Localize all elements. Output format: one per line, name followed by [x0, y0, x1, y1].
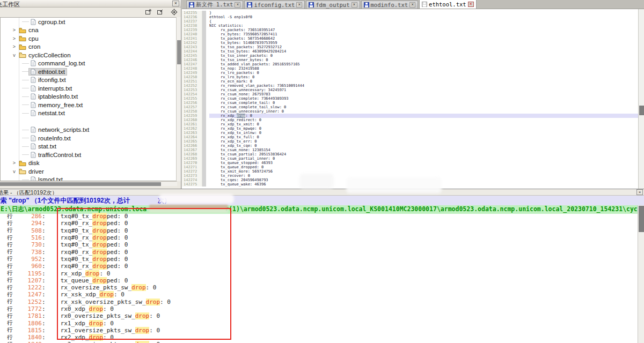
- tab-modinfo-txt[interactable]: modinfo.txt×: [361, 1, 419, 9]
- tab-close-icon[interactable]: ×: [296, 2, 302, 8]
- tree-item-label: ethtool.txt: [38, 69, 65, 75]
- chevron-right-icon[interactable]: >: [11, 44, 17, 49]
- line-number: 142254: [182, 92, 202, 96]
- collapse-all-icon[interactable]: [157, 9, 165, 16]
- editor-line[interactable]: 142246 tx_tso_inner_bytes: 0: [182, 58, 638, 62]
- tree-item-label: disk: [28, 160, 39, 166]
- chevron-down-icon[interactable]: v: [11, 169, 17, 174]
- tree-item-routeinfo-txt[interactable]: routeInfo.txt: [1, 134, 177, 143]
- tree-item-command_log-txt[interactable]: command_log.txt: [1, 59, 177, 68]
- workspace-close-icon[interactable]: ×: [172, 1, 179, 6]
- editor-line[interactable]: 142272 tx_xmit_more: 569724756: [182, 169, 638, 174]
- tab-close-icon[interactable]: ×: [468, 2, 474, 7]
- editor-line[interactable]: 142235}: [182, 11, 638, 15]
- editor-line[interactable]: 142255 rx_csum_complete: 736449389393: [182, 96, 638, 101]
- editor-line[interactable]: 142257 rx_csum_complete_tail_slow: 0: [182, 105, 638, 109]
- tree-item-cycliccollection[interactable]: vcyclicCollection: [1, 51, 177, 59]
- editor-line[interactable]: 142238NIC statistics:: [182, 24, 638, 28]
- tree-item-label: cyclicCollection: [28, 52, 71, 58]
- line-text: rx_xdp_tx_xmit: 0: [209, 122, 638, 126]
- editor-line[interactable]: 142237{: [182, 19, 638, 24]
- tab-ethtool-txt[interactable]: ethtool.txt×: [419, 0, 477, 9]
- editor-line[interactable]: 142252 rx_removed_vlan_packets: 73651009…: [182, 84, 638, 88]
- editor-line[interactable]: 142263 rx_xdp_tx_inlnw: 0: [182, 131, 638, 135]
- editor-line[interactable]: 142243 tx_tso_packets: 35272932712: [182, 45, 638, 49]
- tree-item-ifconfig-txt[interactable]: ifconfig.txt: [1, 76, 177, 85]
- tree-vertical-scrollbar[interactable]: [176, 17, 181, 181]
- tree-item-iptablesinfo-txt[interactable]: iptablesInfo.txt: [1, 93, 177, 101]
- tree-item-trafficcontrol-txt[interactable]: trafficControl.txt: [1, 151, 177, 159]
- file-icon: [31, 19, 36, 25]
- editor-line[interactable]: 142247 tx_added_vlan_packets: 2051659571…: [182, 62, 638, 66]
- tree-item-cgroup-txt[interactable]: cgroup.txt: [1, 18, 177, 26]
- editor-line[interactable]: 142262 rx_xdp_tx_mpwqe: 0: [182, 126, 638, 131]
- editor-line[interactable]: 142265 rx_xdp_tx_err: 0: [182, 139, 638, 144]
- line-number: 142249: [182, 71, 202, 75]
- editor-line[interactable]: 142245 tx_tso_inner_packets: 0: [182, 54, 638, 58]
- tab-close-icon[interactable]: ×: [352, 2, 357, 8]
- tree-item-ethtool-txt[interactable]: ethtool.txt: [1, 68, 177, 76]
- editor-line[interactable]: 142256 rx_csum_complete_tail: 0: [182, 101, 638, 105]
- editor-line[interactable]: 142270 tx_queue_stopped: 46393: [182, 161, 638, 165]
- tree-item-network_scripts-txt[interactable]: network_scripts.txt: [1, 126, 177, 135]
- line-text: rx_ecn_mark: 0: [209, 79, 638, 84]
- results-vertical-scrollbar[interactable]: [638, 205, 644, 343]
- editor-line[interactable]: 142254 rx_csum_none: 26759783: [182, 92, 638, 96]
- editor-line[interactable]: 142260 rx_xdp_redirect: 0: [182, 118, 638, 122]
- tree-item-stat-txt[interactable]: stat.txt: [1, 143, 177, 151]
- tab-close-icon[interactable]: ×: [235, 2, 240, 8]
- search-result-row[interactable]: 行1849:rx2_oversize_pkts_sw_drop: 0: [0, 341, 638, 343]
- chevron-right-icon[interactable]: >: [11, 160, 17, 166]
- tree-item-memory_free-txt[interactable]: memory_free.txt: [1, 101, 177, 109]
- editor-line[interactable]: 142236ethtool -S enp1s0f0: [182, 15, 638, 19]
- chevron-right-icon[interactable]: >: [11, 36, 17, 41]
- tree-item-netstat-txt[interactable]: netstat.txt: [1, 109, 177, 118]
- tree-vertical-scrollbar-thumb[interactable]: [177, 40, 181, 64]
- editor-line[interactable]: 142261 rx_xdp_tx_xmit: 0: [182, 122, 638, 126]
- editor-line[interactable]: 142240 rx_bytes: 735960572057411: [182, 32, 638, 36]
- tab--1-txt[interactable]: 新文件 1.txt×: [186, 1, 243, 9]
- editor-vertical-scrollbar-thumb[interactable]: [639, 106, 644, 115]
- editor-line[interactable]: 142248 tx_nop: 232419588: [182, 66, 638, 71]
- editor-line[interactable]: 142244 tx_tso_bytes: 463099429284214: [182, 49, 638, 54]
- tree-horizontal-scrollbar-thumb[interactable]: [0, 182, 161, 186]
- expand-all-icon[interactable]: [145, 9, 153, 16]
- editor-line[interactable]: 142264 rx_xdp_tx_full: 0: [182, 135, 638, 139]
- editor-line[interactable]: 142271 tx_queue_dropped: 0: [182, 165, 638, 169]
- results-vertical-scrollbar-thumb[interactable]: [639, 206, 644, 232]
- chevron-right-icon[interactable]: >: [11, 27, 17, 33]
- editor-line[interactable]: 142242 tx_bytes: 514607839753959: [182, 41, 638, 45]
- editor-vertical-scrollbar[interactable]: [638, 9, 644, 189]
- folder-icon: [19, 52, 26, 58]
- tree-item-lsmod-txt[interactable]: lsmod.txt: [1, 176, 177, 182]
- editor-line[interactable]: 142266 rx_xdp_tx_cqe: 0: [182, 144, 638, 148]
- tab-close-icon[interactable]: ×: [409, 2, 415, 8]
- editor-line[interactable]: 142259 rx_xdp_drop: 0: [182, 114, 638, 118]
- results-close-icon[interactable]: ×: [636, 189, 643, 195]
- locate-file-icon[interactable]: [171, 9, 179, 16]
- tab-ifconfig-txt[interactable]: ifconfig.txt×: [244, 1, 305, 9]
- line-text: tx_tso_inner_bytes: 0: [209, 58, 638, 62]
- editor-line[interactable]: 142269 tx_csum_partial_inner: 0: [182, 156, 638, 161]
- save-floppy-icon: [189, 2, 194, 8]
- editor-line[interactable]: 142241 tx_packets: 507354668642: [182, 36, 638, 41]
- tree-item-driver[interactable]: vdriver: [1, 167, 177, 176]
- tree-item-cna[interactable]: >cna: [1, 26, 177, 35]
- editor-line[interactable]: 142239 rx_packets: 736510395147: [182, 28, 638, 32]
- tree-item-disk[interactable]: >disk: [1, 159, 177, 168]
- editor-line[interactable]: 142268 tx_csum_partial: 205153836424: [182, 152, 638, 156]
- tree-item-interrupts-txt[interactable]: interrupts.txt: [1, 84, 177, 93]
- tree-item-cron[interactable]: >cron: [1, 43, 177, 51]
- tree-horizontal-scrollbar[interactable]: [0, 181, 177, 186]
- editor-line[interactable]: 142249 rx_lro_packets: 0: [182, 71, 638, 75]
- tree-item-cpu[interactable]: >cpu: [1, 34, 177, 43]
- editor-line[interactable]: 142250 rx_lro_bytes: 0: [182, 75, 638, 79]
- editor-line[interactable]: 142258 rx_csum_unnecessary_inner: 0: [182, 109, 638, 114]
- editor-line[interactable]: 142267 tx_csum_none: 12385154: [182, 148, 638, 152]
- editor-line[interactable]: 142253 rx_csum_unnecessary: 34245971: [182, 88, 638, 92]
- editor-body[interactable]: 142235}142236ethtool -S enp1s0f0142237{1…: [182, 9, 638, 189]
- editor-line[interactable]: 142251 rx_ecn_mark: 0: [182, 79, 638, 84]
- gutter-strip: [202, 105, 206, 109]
- tab-fdm_output[interactable]: fdm_output×: [306, 1, 360, 9]
- chevron-down-icon[interactable]: v: [11, 53, 17, 58]
